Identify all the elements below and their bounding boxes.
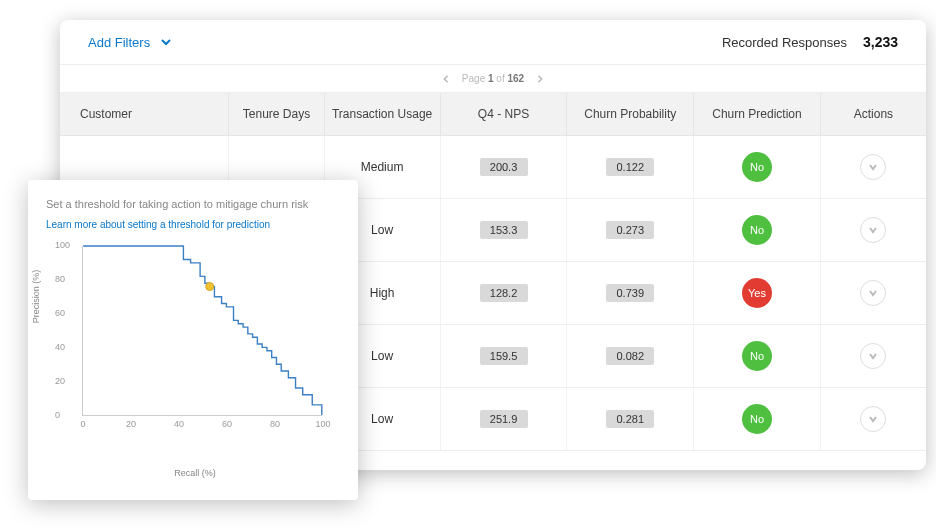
cell-prob: 0.122	[567, 136, 694, 199]
learn-more-link[interactable]: Learn more about setting a threshold for…	[46, 219, 270, 230]
xtick: 100	[315, 419, 330, 429]
col-actions: Actions	[820, 93, 926, 136]
prediction-badge: Yes	[742, 278, 772, 308]
ytick: 0	[55, 410, 60, 420]
cell-actions	[820, 262, 926, 325]
row-action-button[interactable]	[860, 406, 886, 432]
prob-pill: 0.273	[606, 221, 654, 239]
cell-actions	[820, 325, 926, 388]
nps-pill: 200.3	[480, 158, 528, 176]
add-filters-button[interactable]: Add Filters	[88, 35, 172, 50]
header-row: Customer Tenure Days Transaction Usage Q…	[60, 93, 926, 136]
row-action-button[interactable]	[860, 280, 886, 306]
pr-series	[83, 246, 322, 415]
ytick: 80	[55, 274, 65, 284]
chevron-down-icon	[160, 36, 172, 48]
cell-actions	[820, 199, 926, 262]
nps-pill: 128.2	[480, 284, 528, 302]
cell-prob: 0.739	[567, 262, 694, 325]
cell-actions	[820, 388, 926, 451]
ytick: 100	[55, 240, 70, 250]
threshold-marker[interactable]	[206, 283, 214, 291]
threshold-subtitle: Set a threshold for taking action to mit…	[46, 198, 340, 210]
col-q4nps: Q4 - NPS	[440, 93, 567, 136]
plot-area: 020406080100020406080100	[82, 246, 322, 416]
col-customer: Customer	[60, 93, 229, 136]
xtick: 80	[270, 419, 280, 429]
xtick: 0	[80, 419, 85, 429]
nps-pill: 251.9	[480, 410, 528, 428]
prediction-badge: No	[742, 152, 772, 182]
nps-pill: 153.3	[480, 221, 528, 239]
ytick: 40	[55, 342, 65, 352]
cell-nps: 153.3	[440, 199, 567, 262]
nps-pill: 159.5	[480, 347, 528, 365]
xtick: 40	[174, 419, 184, 429]
cell-actions	[820, 136, 926, 199]
cell-pred: No	[694, 199, 821, 262]
col-probability: Churn Probability	[567, 93, 694, 136]
recorded-count: 3,233	[863, 34, 898, 50]
chart-xlabel: Recall (%)	[50, 468, 340, 478]
threshold-card: Set a threshold for taking action to mit…	[28, 180, 358, 500]
ytick: 60	[55, 308, 65, 318]
cell-nps: 251.9	[440, 388, 567, 451]
cell-pred: No	[694, 388, 821, 451]
prediction-badge: No	[742, 341, 772, 371]
cell-prob: 0.082	[567, 325, 694, 388]
prediction-badge: No	[742, 215, 772, 245]
prob-pill: 0.082	[606, 347, 654, 365]
xtick: 60	[222, 419, 232, 429]
add-filters-label: Add Filters	[88, 35, 150, 50]
col-transaction: Transaction Usage	[324, 93, 440, 136]
cell-prob: 0.281	[567, 388, 694, 451]
row-action-button[interactable]	[860, 343, 886, 369]
topbar: Add Filters Recorded Responses 3,233	[60, 20, 926, 65]
row-action-button[interactable]	[860, 217, 886, 243]
recorded-responses: Recorded Responses 3,233	[722, 34, 898, 50]
cell-nps: 200.3	[440, 136, 567, 199]
pager-text: Page 1 of 162	[462, 73, 524, 84]
cell-nps: 159.5	[440, 325, 567, 388]
col-prediction: Churn Prediction	[694, 93, 821, 136]
ytick: 20	[55, 376, 65, 386]
pr-chart: Precision (%) 020406080100020406080100 R…	[50, 240, 340, 450]
cell-pred: No	[694, 136, 821, 199]
cell-prob: 0.273	[567, 199, 694, 262]
cell-pred: No	[694, 325, 821, 388]
cell-nps: 128.2	[440, 262, 567, 325]
col-tenure: Tenure Days	[229, 93, 324, 136]
recorded-label: Recorded Responses	[722, 35, 847, 50]
xtick: 20	[126, 419, 136, 429]
cell-pred: Yes	[694, 262, 821, 325]
pager: Page 1 of 162	[60, 65, 926, 93]
prediction-badge: No	[742, 404, 772, 434]
prob-pill: 0.122	[606, 158, 654, 176]
prob-pill: 0.281	[606, 410, 654, 428]
chart-ylabel: Precision (%)	[31, 270, 41, 324]
prob-pill: 0.739	[606, 284, 654, 302]
row-action-button[interactable]	[860, 154, 886, 180]
pager-prev-icon[interactable]	[442, 75, 450, 83]
pager-next-icon[interactable]	[536, 75, 544, 83]
